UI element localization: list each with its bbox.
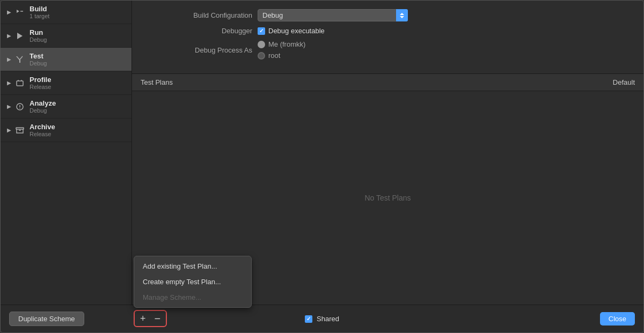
analyze-text-group: Analyze Debug (30, 99, 56, 114)
bottom-bar: Duplicate Scheme Add existing Test Plan.… (1, 305, 643, 332)
debugger-checkbox[interactable]: ✓ (258, 27, 265, 35)
settings-area: Build Configuration Debug (132, 1, 643, 74)
checkbox-check-icon: ✓ (259, 28, 264, 34)
debugger-label: Debugger (145, 27, 252, 35)
close-button[interactable]: Close (600, 312, 635, 325)
test-plans-title: Test Plans (141, 78, 613, 86)
profile-text-group: Profile Release (30, 76, 51, 90)
remove-test-plan-button[interactable]: − (152, 313, 163, 324)
radio-root-label: root (268, 51, 280, 60)
sidebar-item-analyze[interactable]: ▶ Analyze Debug (1, 95, 131, 119)
debugger-value: ✓ Debug executable (258, 27, 325, 35)
shared-group: ✓ Shared (305, 315, 339, 323)
archive-sub: Release (30, 131, 55, 137)
dropdown-menu: Add existing Test Plan... Create empty T… (134, 256, 252, 308)
arrow-up-icon (400, 13, 404, 15)
archive-arrow-icon: ▶ (7, 127, 11, 133)
build-text-group: Build 1 target (30, 5, 49, 19)
toolbar-buttons: + − (134, 310, 167, 327)
analyze-icon (14, 101, 25, 112)
test-text-group: Test Debug (30, 52, 47, 66)
archive-text-group: Archive Release (30, 123, 55, 137)
analyze-arrow-icon: ▶ (7, 103, 11, 109)
no-test-plans-message: No Test Plans (364, 194, 411, 202)
add-existing-item[interactable]: Add existing Test Plan... (134, 258, 251, 274)
test-icon (14, 54, 25, 65)
build-config-row: Build Configuration Debug (145, 9, 631, 21)
add-test-plan-button[interactable]: + (138, 314, 148, 323)
analyze-sub: Debug (30, 107, 56, 114)
archive-icon (14, 125, 25, 136)
shared-checkbox[interactable]: ✓ (305, 315, 312, 323)
duplicate-scheme-button[interactable]: Duplicate Scheme (9, 312, 84, 326)
run-text-group: Run Debug (30, 28, 47, 43)
toolbar-area: Add existing Test Plan... Create empty T… (134, 310, 167, 327)
run-name: Run (30, 28, 47, 36)
debug-process-value: Me (fromkk) root (258, 40, 305, 60)
debug-process-row: Debug Process As Me (fromkk) root (145, 40, 631, 60)
run-sub: Debug (30, 36, 47, 43)
radio-group: Me (fromkk) root (258, 40, 305, 60)
arrow-down-icon (400, 16, 404, 18)
debug-process-label: Debug Process As (145, 46, 252, 54)
profile-sub: Release (30, 84, 51, 90)
test-sub: Debug (30, 60, 47, 66)
build-icon (14, 7, 25, 18)
build-sub: 1 target (30, 13, 49, 19)
debugger-text: Debug executable (268, 27, 325, 35)
test-arrow-icon: ▶ (7, 56, 11, 62)
profile-icon (14, 78, 25, 88)
build-name: Build (30, 5, 49, 13)
manage-scheme-item[interactable]: Manage Scheme... (134, 290, 251, 305)
run-arrow-icon: ▶ (7, 33, 11, 39)
run-icon (14, 31, 25, 41)
radio-root[interactable] (258, 52, 265, 60)
radio-root-row: root (258, 51, 305, 60)
svg-rect-8 (16, 128, 24, 129)
default-label: Default (613, 78, 635, 86)
profile-arrow-icon: ▶ (7, 80, 11, 86)
create-empty-item[interactable]: Create empty Test Plan... (134, 274, 251, 290)
build-config-value: Debug (258, 9, 408, 21)
sidebar-item-archive[interactable]: ▶ Archive Release (1, 119, 131, 142)
radio-me[interactable] (258, 41, 265, 48)
test-name: Test (30, 52, 47, 60)
build-config-label: Build Configuration (145, 11, 252, 19)
sidebar-item-run[interactable]: ▶ Run Debug (1, 24, 131, 48)
analyze-name: Analyze (30, 99, 56, 107)
radio-me-row: Me (fromkk) (258, 40, 305, 48)
svg-rect-2 (17, 81, 23, 86)
archive-name: Archive (30, 123, 55, 131)
build-config-select-wrapper[interactable]: Debug (258, 9, 408, 21)
shared-checkbox-check-icon: ✓ (306, 316, 311, 322)
profile-name: Profile (30, 76, 51, 84)
svg-point-7 (19, 108, 20, 109)
build-config-select[interactable]: Debug (258, 9, 408, 21)
sidebar: ▶ Build 1 target ▶ (1, 1, 132, 305)
sidebar-item-test[interactable]: ▶ Test Debug (1, 48, 131, 71)
test-plans-header: Test Plans Default (132, 74, 643, 91)
debugger-row: Debugger ✓ Debug executable (145, 27, 631, 35)
select-arrows-icon (396, 9, 408, 21)
shared-label: Shared (317, 315, 339, 323)
build-arrow-icon: ▶ (7, 9, 11, 15)
svg-marker-1 (17, 33, 23, 39)
radio-me-label: Me (fromkk) (268, 40, 305, 48)
sidebar-item-profile[interactable]: ▶ Profile Release (1, 71, 131, 95)
sidebar-item-build[interactable]: ▶ Build 1 target (1, 1, 131, 24)
